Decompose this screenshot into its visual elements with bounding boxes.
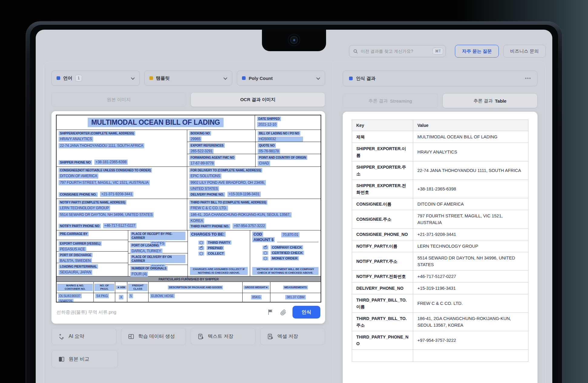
table-row: NOTIFY_PARTY.전화번호+46-717-5127-0227 bbox=[352, 271, 528, 282]
result-card: Key Value 제목MULTIMODAL OCEAN BILL OF LAD… bbox=[343, 112, 537, 383]
table-row bbox=[352, 350, 528, 362]
poly-count-dot-icon bbox=[242, 76, 246, 80]
ai-summary-button[interactable]: AI 요약 bbox=[51, 328, 116, 345]
payment-option-certified-check: CERTIFIED CHECK bbox=[263, 251, 318, 255]
goods-header: DESCRIPTION OF PACKAGE AND GOODS bbox=[168, 286, 223, 289]
file-name: 선하증권(물류) 무역 서류.png bbox=[57, 309, 261, 315]
tab-sublabel: Table bbox=[495, 98, 506, 104]
shortcut-badge: ⌘T bbox=[433, 48, 443, 54]
tab-label: 추론 결과 bbox=[368, 98, 388, 104]
bol-carriage-column: PRE-CARRIAGE BY EXPORT CARRIER (VESSEL) … bbox=[57, 230, 128, 276]
table-row: CONSIGNEE.주소797 FOURTH STREET, MAGILL, V… bbox=[352, 210, 528, 229]
radio-circle-icon bbox=[200, 241, 203, 244]
device-bezel: ⌘T 자주 묻는 질문 비즈니스 문의 언어 1 bbox=[30, 25, 558, 383]
bol-booking-column: BOOKING NO 29965 EXPORT REFERENCES 265-5… bbox=[187, 130, 256, 167]
camera-notch bbox=[262, 30, 326, 51]
chevron-down-icon bbox=[131, 76, 135, 80]
radio-circle-icon bbox=[264, 257, 267, 260]
charges-option-third-party: THIRD PARTY bbox=[198, 240, 248, 245]
goods-measurements-cell: 381.37 CBM bbox=[270, 293, 321, 302]
template-dot-icon bbox=[149, 76, 153, 80]
tab-result-streaming[interactable]: 추론 결과 Streaming bbox=[343, 94, 438, 108]
document-card: MULTIMODAL OCEAN BILL OF LADING DATE SHI… bbox=[51, 111, 325, 324]
payment-option-money-order: MONEY ORDER bbox=[263, 256, 318, 260]
tab-result-table[interactable]: 추론 결과 Table bbox=[443, 94, 538, 108]
dropdown-language-label: 언어 bbox=[63, 75, 72, 81]
search-box[interactable]: ⌘T bbox=[349, 45, 446, 57]
faq-button[interactable]: 자주 묻는 질문 bbox=[455, 45, 498, 58]
table-row: 제목MULTIMODAL OCEAN BILL OF LADING bbox=[352, 131, 528, 143]
bol-date-shipped-cell: DATE SHIPPED 2021-12-10 bbox=[255, 115, 321, 130]
save-excel-label: 엑셀 저장 bbox=[277, 333, 298, 340]
result-dot-icon bbox=[349, 77, 353, 80]
goods-header: MARKS & NO. CONTAINER NO. bbox=[57, 284, 93, 291]
goods-header: FREIGHT CLASS bbox=[128, 284, 148, 291]
main-panel: 언어 1 탬플릿 Poly Count bbox=[44, 62, 546, 383]
chevron-down-icon bbox=[224, 76, 227, 80]
screen: ⌘T 자주 묻는 질문 비즈니스 문의 언어 1 bbox=[36, 30, 552, 383]
goods-weight-cell: 85KG bbox=[243, 293, 270, 302]
result-title: 인식 결과 bbox=[356, 76, 375, 81]
business-inquiry-button[interactable]: 비즈니스 문의 bbox=[503, 45, 546, 58]
table-row: SHIPPER_EXPORTER.전화번호+38-181-2365-6398 bbox=[352, 180, 528, 198]
dropdown-template-label: 탬플릿 bbox=[156, 75, 170, 81]
dropdown-language[interactable]: 언어 1 bbox=[51, 71, 140, 86]
dropdown-poly-count[interactable]: Poly Count bbox=[237, 71, 325, 86]
tab-label: 추론 결과 bbox=[473, 98, 493, 104]
key-header: Key bbox=[352, 120, 413, 131]
left-section: 언어 1 탬플릿 Poly Count bbox=[44, 62, 333, 383]
tab-ocr-result-image[interactable]: OCR 결과 이미지 bbox=[191, 92, 325, 107]
tab-original-image[interactable]: 원본 이미지 bbox=[51, 92, 186, 107]
result-tabs: 추론 결과 Streaming 추론 결과 Table bbox=[343, 94, 537, 108]
sparkle-icon bbox=[58, 333, 65, 340]
more-menu-icon[interactable]: ••• bbox=[525, 75, 531, 81]
save-excel-button[interactable]: 엑셀 저장 bbox=[260, 328, 325, 345]
bol-consignee-cell: CONSIGNEE(NOT NEOTIABLE UNLESS CONSIGNED… bbox=[57, 167, 187, 199]
goods-pkgs-cell: 54 PKG bbox=[94, 293, 115, 302]
radio-circle-icon bbox=[200, 252, 203, 255]
goods-class-cell: 5 bbox=[127, 293, 149, 302]
flag-icon[interactable] bbox=[267, 309, 274, 315]
table-row: THIRD_PARTY_BILL_TO.이름FREW C & C CO. LTD… bbox=[352, 294, 528, 313]
search-icon bbox=[353, 49, 358, 54]
radio-circle-icon bbox=[264, 251, 267, 255]
search-input[interactable] bbox=[361, 49, 433, 54]
attachment-icon[interactable] bbox=[280, 309, 286, 315]
bol-charges-cell: CHARGES TO BE: THIRD PARTY P bbox=[188, 230, 250, 276]
table-row: THIRD_PARTY_BILL_TO.주소186-41, 2GA CHANGC… bbox=[352, 313, 528, 331]
charges-option-collect: COLLECT bbox=[198, 251, 248, 256]
table-header-row: Key Value bbox=[352, 120, 528, 131]
goods-header: NO. OF PKGS. bbox=[94, 284, 114, 291]
save-text-label: 텍스트 저장 bbox=[208, 333, 233, 340]
goods-description-cell: ELBOW, HOSE bbox=[149, 293, 243, 302]
bol-title-cell: MULTIMODAL OCEAN BILL OF LADING bbox=[57, 115, 255, 130]
cod-blank-line bbox=[277, 238, 318, 242]
action-row: AI 요약 학습 데이터 생성 텍스트 저장 엑셀 저장 bbox=[51, 328, 325, 345]
table-row: NOTIFY_PARTY.이름LERN TECHNOLOGY GROUP bbox=[352, 240, 528, 252]
result-header: 인식 결과 ••• bbox=[343, 71, 537, 86]
radio-circle-icon bbox=[264, 246, 267, 249]
goods-marks-cell: DLSU6190037 S048276 bbox=[57, 293, 94, 302]
language-count-badge: 1 bbox=[75, 75, 82, 81]
goods-hm-cell: X bbox=[115, 293, 127, 302]
training-data-button[interactable]: 학습 데이터 생성 bbox=[121, 328, 186, 345]
table-row: THIRD_PARTY_PHONE_NO+97-954-3757-3222 bbox=[352, 331, 528, 350]
language-dot-icon bbox=[57, 76, 60, 80]
bol-delivery-cell: FOR DELIVERY TO (COMPLETE NAME, ADDRESS)… bbox=[187, 167, 321, 199]
radio-circle-icon bbox=[200, 246, 203, 250]
recognize-button[interactable]: 인식 bbox=[292, 306, 320, 319]
goods-header: GROSS WEIGHT★ bbox=[243, 286, 269, 289]
save-text-button[interactable]: 텍스트 저장 bbox=[191, 328, 256, 345]
dropdown-template[interactable]: 탬플릿 bbox=[144, 71, 233, 86]
grid-icon bbox=[128, 333, 134, 340]
compare-original-button[interactable]: 원본 비교 bbox=[51, 350, 118, 368]
table-row: DELIVERY_PHONE_NO+15-319-1196-3431 bbox=[352, 282, 528, 294]
text-file-download-icon bbox=[198, 333, 204, 340]
chevron-down-icon bbox=[316, 76, 320, 80]
bol-cod-cell: COD AMOUNT $ 70,870.01 bbox=[250, 230, 321, 276]
device-frame: ⌘T 자주 묻는 질문 비즈니스 문의 언어 1 bbox=[26, 21, 562, 383]
table-row: CONSIGNEE_PHONE_NO+21-371-9208-3441 bbox=[352, 229, 528, 240]
bol-ports-column: PLACE OF RECEIPT BY PRE-CARRIER CY/CFS P… bbox=[128, 230, 188, 276]
goods-header: MEASUREMENTS bbox=[283, 286, 308, 289]
table-row: SHIPPER_EXPORTER.주소22-74 JANA THOHOYANDO… bbox=[352, 161, 528, 180]
